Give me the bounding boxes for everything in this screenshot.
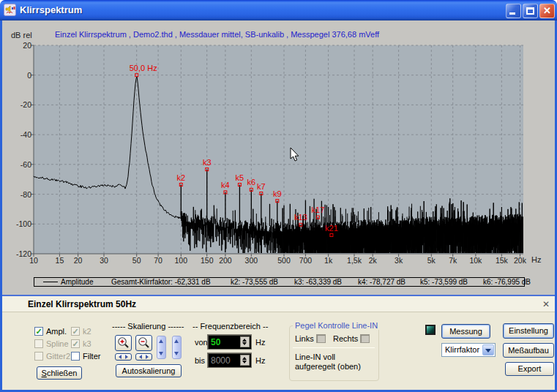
y-tick-label: -100 (7, 219, 31, 228)
check-icon: ✓ (72, 327, 78, 336)
x-axis-unit: Hz (531, 255, 541, 264)
checkbox-filter[interactable] (71, 352, 80, 361)
spin-down-icon (242, 342, 247, 345)
von-spinner[interactable] (240, 336, 250, 347)
window-title: Klirrspektrum (20, 0, 82, 20)
bis-unit-label: Hz (255, 356, 265, 365)
x-tick-label: 10k (464, 256, 487, 265)
scale-up-down-control-1[interactable] (157, 336, 166, 359)
pan-left-right-button-2[interactable] (135, 353, 152, 361)
von-unit-label: Hz (255, 338, 265, 347)
scale-up-down-control-2[interactable] (172, 336, 182, 359)
panel-header: Einzel Klirrspektrum 50Hz ✕ (2, 296, 555, 312)
checkbox-spline-label: Spline (46, 339, 69, 348)
y-tick-label: 20 (7, 41, 31, 50)
von-frequency-field[interactable]: 50 (207, 334, 252, 350)
app-icon (4, 4, 16, 16)
pan-left-right-button-1[interactable] (115, 353, 132, 361)
close-button[interactable]: ✕ (539, 4, 555, 18)
x-tick-label: 100 (169, 256, 192, 265)
x-tick-label: 7k (441, 256, 465, 265)
messung-button[interactable]: Messung (441, 324, 490, 339)
legend-bar: Amplitude Gesamt-Klirrfaktor: -62,331 dB… (34, 277, 525, 287)
legend-item: k6: -76,995 dB (483, 278, 531, 287)
checkbox-k3-label: k3 (83, 339, 91, 348)
dropdown-arrow-button[interactable] (482, 344, 494, 355)
maximize-icon (526, 7, 534, 15)
line-in-status-line1: Line-IN voll (295, 353, 335, 361)
minimize-button[interactable] (506, 4, 521, 18)
x-tick-label: 2k (361, 256, 384, 265)
checkbox-k2-label: k2 (83, 327, 91, 336)
messaufbau-button[interactable]: Meßaufbau (503, 343, 554, 358)
von-label: von (195, 338, 208, 347)
checkbox-k2[interactable]: ✓ (71, 327, 80, 336)
links-label: Links (295, 334, 314, 343)
svg-text:k13: k13 (294, 213, 307, 222)
mode-dropdown[interactable]: Klirrfaktor (441, 343, 496, 357)
spin-down-icon (242, 361, 247, 363)
von-frequency-value: 50 (211, 337, 220, 347)
x-tick-label: 300 (239, 256, 263, 265)
arrow-down-icon (174, 352, 179, 355)
schliessen-button[interactable]: Schließen (37, 366, 82, 380)
arrow-left-icon (119, 355, 122, 359)
maximize-button[interactable] (523, 4, 538, 18)
svg-text:50,0 Hz: 50,0 Hz (130, 64, 157, 72)
spin-up-icon (242, 339, 247, 342)
panel-title: Einzel Klirrspektrum 50Hz (28, 299, 136, 309)
mouse-cursor (290, 147, 300, 162)
checkbox-gitter2-label: Gitter2 (46, 352, 70, 361)
client-area: 50,0 Hzk2k3k4k5k6k7k9k13k17k21 dB rel Ei… (2, 20, 555, 390)
chevron-down-icon (485, 349, 491, 353)
bis-frequency-value: 8000 (211, 355, 231, 366)
checkbox-k3[interactable]: ✓ (71, 339, 80, 348)
minimize-icon (509, 12, 515, 15)
einstellung-button[interactable]: Einstellung (503, 323, 554, 339)
svg-text:k5: k5 (236, 173, 244, 182)
x-tick-label: 700 (294, 256, 317, 265)
line-in-status-line2: aufgeregelt (oben) (295, 362, 361, 371)
rechts-level-indicator (360, 334, 370, 343)
zoom-out-icon (136, 336, 152, 350)
legend-series-label: Amplitude (61, 278, 93, 287)
x-tick-label: 200 (214, 256, 237, 265)
title-bar[interactable]: Klirrspektrum ✕ (0, 0, 557, 20)
y-tick-label: -40 (7, 130, 31, 139)
arrow-right-icon (125, 355, 128, 359)
check-icon: ✓ (72, 339, 78, 348)
checkbox-spline[interactable] (34, 339, 43, 348)
y-tick-label: -80 (7, 190, 31, 199)
y-tick-label: -120 (7, 249, 31, 258)
bis-frequency-field[interactable]: 8000 (207, 353, 252, 368)
arrow-up-icon (174, 339, 179, 343)
spin-up-icon (242, 357, 247, 360)
svg-text:k2: k2 (176, 173, 185, 182)
bis-spinner[interactable] (240, 355, 250, 366)
links-level-indicator (316, 334, 326, 343)
y-tick-label: -60 (7, 160, 31, 169)
svg-text:k7: k7 (257, 182, 266, 191)
close-icon: ✕ (540, 4, 554, 18)
y-tick-label: 0 (7, 71, 31, 80)
checkbox-ampl-label: Ampl. (46, 327, 67, 336)
spectrum-plot: 50,0 Hzk2k3k4k5k6k7k9k13k17k21 (2, 20, 555, 296)
zoom-out-button[interactable] (135, 335, 152, 351)
rechts-label: Rechts (333, 334, 358, 343)
x-tick-label: 5k (419, 256, 443, 265)
arrow-left-icon (139, 355, 142, 359)
svg-text:k21: k21 (325, 224, 338, 233)
legend-item: k2: -73,555 dB (231, 278, 278, 287)
control-panel: Einzel Klirrspektrum 50Hz ✕ ✓ Ampl. ✓ k2… (2, 295, 555, 390)
checkbox-ampl[interactable]: ✓ (34, 327, 43, 336)
zoom-in-button[interactable] (115, 335, 132, 351)
x-tick-label: 500 (272, 256, 296, 265)
frequenzbereich-caption: -- Frequenzbereich -- (192, 322, 268, 331)
checkbox-gitter2[interactable] (34, 352, 43, 361)
export-button[interactable]: Export (505, 362, 554, 376)
svg-text:k4: k4 (221, 181, 230, 189)
measurement-info-line: Einzel Klirrspektrum , Demo2.thd , Messd… (55, 30, 379, 39)
autoskalierung-button[interactable]: Autoskalierung (116, 364, 182, 377)
panel-close-button[interactable]: ✕ (540, 298, 552, 310)
legend-item: Gesamt-Klirrfaktor: -62,331 dB (111, 278, 211, 287)
